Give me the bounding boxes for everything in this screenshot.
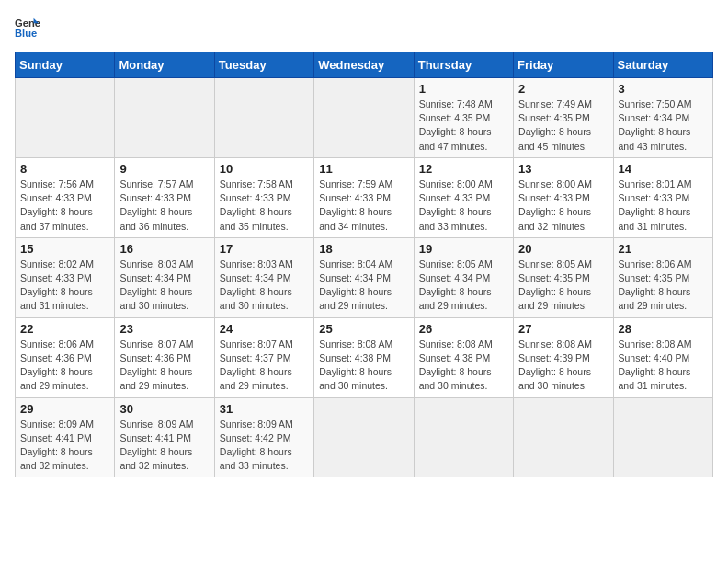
day-number: 1 bbox=[419, 82, 508, 96]
day-detail: Sunrise: 8:08 AMSunset: 4:38 PMDaylight:… bbox=[419, 338, 508, 394]
weekday-header: Sunday bbox=[16, 52, 115, 78]
weekday-header: Monday bbox=[115, 52, 214, 78]
day-detail: Sunrise: 7:50 AMSunset: 4:34 PMDaylight:… bbox=[619, 98, 708, 154]
calendar-cell: 18Sunrise: 8:04 AMSunset: 4:34 PMDayligh… bbox=[314, 237, 414, 317]
weekday-header: Tuesday bbox=[214, 52, 313, 78]
day-detail: Sunrise: 8:08 AMSunset: 4:40 PMDaylight:… bbox=[619, 338, 708, 394]
calendar-cell: 22Sunrise: 8:06 AMSunset: 4:36 PMDayligh… bbox=[16, 317, 115, 397]
day-number: 19 bbox=[419, 242, 508, 256]
day-detail: Sunrise: 8:05 AMSunset: 4:34 PMDaylight:… bbox=[419, 258, 508, 314]
day-detail: Sunrise: 8:07 AMSunset: 4:36 PMDaylight:… bbox=[119, 338, 209, 394]
day-number: 13 bbox=[518, 162, 608, 176]
day-number: 29 bbox=[20, 402, 109, 416]
weekday-header: Saturday bbox=[613, 52, 712, 78]
calendar-cell bbox=[314, 397, 414, 477]
day-detail: Sunrise: 8:06 AMSunset: 4:36 PMDaylight:… bbox=[20, 338, 109, 394]
calendar-cell: 26Sunrise: 8:08 AMSunset: 4:38 PMDayligh… bbox=[414, 317, 513, 397]
calendar-cell: 25Sunrise: 8:08 AMSunset: 4:38 PMDayligh… bbox=[314, 317, 414, 397]
day-detail: Sunrise: 8:09 AMSunset: 4:41 PMDaylight:… bbox=[119, 418, 209, 474]
day-number: 30 bbox=[119, 402, 209, 416]
day-number: 24 bbox=[220, 322, 309, 336]
day-number: 16 bbox=[119, 242, 209, 256]
day-detail: Sunrise: 8:01 AMSunset: 4:33 PMDaylight:… bbox=[619, 178, 708, 234]
day-number: 18 bbox=[319, 242, 408, 256]
calendar-cell: 13Sunrise: 8:00 AMSunset: 4:33 PMDayligh… bbox=[514, 157, 613, 237]
calendar-cell: 3Sunrise: 7:50 AMSunset: 4:34 PMDaylight… bbox=[613, 78, 712, 158]
calendar-cell: 2Sunrise: 7:49 AMSunset: 4:35 PMDaylight… bbox=[514, 78, 613, 158]
day-number: 9 bbox=[119, 162, 209, 176]
day-number: 14 bbox=[619, 162, 708, 176]
calendar-cell: 8Sunrise: 7:56 AMSunset: 4:33 PMDaylight… bbox=[16, 157, 115, 237]
calendar-cell: 1Sunrise: 7:48 AMSunset: 4:35 PMDaylight… bbox=[414, 78, 513, 158]
day-number: 12 bbox=[419, 162, 508, 176]
day-detail: Sunrise: 8:09 AMSunset: 4:42 PMDaylight:… bbox=[220, 418, 309, 474]
calendar-cell: 29Sunrise: 8:09 AMSunset: 4:41 PMDayligh… bbox=[16, 397, 115, 477]
day-number: 25 bbox=[319, 322, 408, 336]
calendar-cell: 12Sunrise: 8:00 AMSunset: 4:33 PMDayligh… bbox=[414, 157, 513, 237]
day-detail: Sunrise: 8:04 AMSunset: 4:34 PMDaylight:… bbox=[319, 258, 408, 314]
calendar-cell: 20Sunrise: 8:05 AMSunset: 4:35 PMDayligh… bbox=[514, 237, 613, 317]
day-number: 28 bbox=[619, 322, 708, 336]
calendar-week-row: 8Sunrise: 7:56 AMSunset: 4:33 PMDaylight… bbox=[16, 157, 713, 237]
day-detail: Sunrise: 7:57 AMSunset: 4:33 PMDaylight:… bbox=[119, 178, 209, 234]
day-detail: Sunrise: 8:02 AMSunset: 4:33 PMDaylight:… bbox=[20, 258, 109, 314]
calendar-table: SundayMondayTuesdayWednesdayThursdayFrid… bbox=[15, 52, 713, 477]
day-number: 21 bbox=[619, 242, 708, 256]
day-detail: Sunrise: 8:03 AMSunset: 4:34 PMDaylight:… bbox=[119, 258, 209, 314]
day-number: 11 bbox=[319, 162, 408, 176]
day-number: 17 bbox=[220, 242, 309, 256]
logo-icon: General Blue bbox=[15, 15, 40, 40]
calendar-week-row: 15Sunrise: 8:02 AMSunset: 4:33 PMDayligh… bbox=[16, 237, 713, 317]
day-detail: Sunrise: 8:00 AMSunset: 4:33 PMDaylight:… bbox=[518, 178, 608, 234]
calendar-cell: 28Sunrise: 8:08 AMSunset: 4:40 PMDayligh… bbox=[613, 317, 712, 397]
calendar-cell: 14Sunrise: 8:01 AMSunset: 4:33 PMDayligh… bbox=[613, 157, 712, 237]
calendar-cell: 27Sunrise: 8:08 AMSunset: 4:39 PMDayligh… bbox=[514, 317, 613, 397]
day-detail: Sunrise: 7:49 AMSunset: 4:35 PMDaylight:… bbox=[518, 98, 608, 154]
calendar-cell: 31Sunrise: 8:09 AMSunset: 4:42 PMDayligh… bbox=[214, 397, 313, 477]
calendar-cell: 10Sunrise: 7:58 AMSunset: 4:33 PMDayligh… bbox=[214, 157, 313, 237]
calendar-cell: 19Sunrise: 8:05 AMSunset: 4:34 PMDayligh… bbox=[414, 237, 513, 317]
calendar-cell: 23Sunrise: 8:07 AMSunset: 4:36 PMDayligh… bbox=[115, 317, 214, 397]
calendar-cell: 21Sunrise: 8:06 AMSunset: 4:35 PMDayligh… bbox=[613, 237, 712, 317]
logo: General Blue bbox=[15, 15, 40, 40]
day-number: 8 bbox=[20, 162, 109, 176]
day-number: 22 bbox=[20, 322, 109, 336]
day-detail: Sunrise: 7:59 AMSunset: 4:33 PMDaylight:… bbox=[319, 178, 408, 234]
day-number: 20 bbox=[518, 242, 608, 256]
weekday-header: Thursday bbox=[414, 52, 513, 78]
calendar-week-row: 22Sunrise: 8:06 AMSunset: 4:36 PMDayligh… bbox=[16, 317, 713, 397]
calendar-cell bbox=[613, 397, 712, 477]
day-number: 2 bbox=[518, 82, 608, 96]
calendar-cell bbox=[115, 78, 214, 158]
calendar-header-row: SundayMondayTuesdayWednesdayThursdayFrid… bbox=[16, 52, 713, 78]
calendar-cell: 15Sunrise: 8:02 AMSunset: 4:33 PMDayligh… bbox=[16, 237, 115, 317]
day-detail: Sunrise: 8:00 AMSunset: 4:33 PMDaylight:… bbox=[419, 178, 508, 234]
day-detail: Sunrise: 7:48 AMSunset: 4:35 PMDaylight:… bbox=[419, 98, 508, 154]
day-detail: Sunrise: 8:08 AMSunset: 4:39 PMDaylight:… bbox=[518, 338, 608, 394]
svg-text:Blue: Blue bbox=[15, 28, 37, 39]
day-detail: Sunrise: 8:05 AMSunset: 4:35 PMDaylight:… bbox=[518, 258, 608, 314]
weekday-header: Friday bbox=[514, 52, 613, 78]
day-number: 26 bbox=[419, 322, 508, 336]
day-detail: Sunrise: 7:58 AMSunset: 4:33 PMDaylight:… bbox=[220, 178, 309, 234]
day-number: 15 bbox=[20, 242, 109, 256]
day-number: 23 bbox=[119, 322, 209, 336]
calendar-cell bbox=[314, 78, 414, 158]
day-number: 3 bbox=[619, 82, 708, 96]
day-number: 31 bbox=[220, 402, 309, 416]
weekday-header: Wednesday bbox=[314, 52, 414, 78]
calendar-cell: 30Sunrise: 8:09 AMSunset: 4:41 PMDayligh… bbox=[115, 397, 214, 477]
calendar-cell: 24Sunrise: 8:07 AMSunset: 4:37 PMDayligh… bbox=[214, 317, 313, 397]
day-number: 10 bbox=[220, 162, 309, 176]
day-detail: Sunrise: 8:03 AMSunset: 4:34 PMDaylight:… bbox=[220, 258, 309, 314]
calendar-cell bbox=[16, 78, 115, 158]
day-detail: Sunrise: 8:08 AMSunset: 4:38 PMDaylight:… bbox=[319, 338, 408, 394]
day-detail: Sunrise: 8:06 AMSunset: 4:35 PMDaylight:… bbox=[619, 258, 708, 314]
day-detail: Sunrise: 8:09 AMSunset: 4:41 PMDaylight:… bbox=[20, 418, 109, 474]
day-detail: Sunrise: 7:56 AMSunset: 4:33 PMDaylight:… bbox=[20, 178, 109, 234]
calendar-week-row: 29Sunrise: 8:09 AMSunset: 4:41 PMDayligh… bbox=[16, 397, 713, 477]
calendar-cell bbox=[514, 397, 613, 477]
calendar-cell: 11Sunrise: 7:59 AMSunset: 4:33 PMDayligh… bbox=[314, 157, 414, 237]
calendar-cell bbox=[214, 78, 313, 158]
calendar-week-row: 1Sunrise: 7:48 AMSunset: 4:35 PMDaylight… bbox=[16, 78, 713, 158]
